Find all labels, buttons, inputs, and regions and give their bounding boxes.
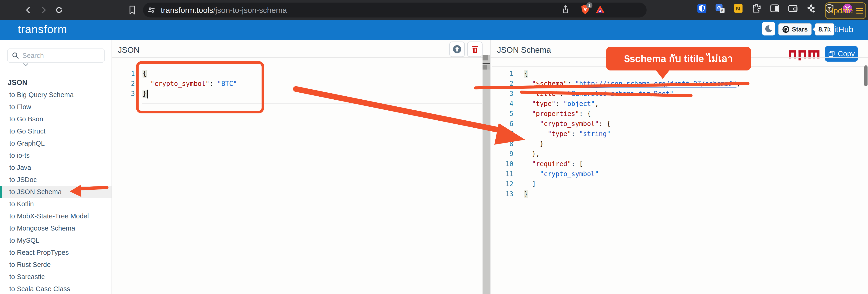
octocat-icon <box>782 26 789 33</box>
stars-label: Stars <box>792 26 808 33</box>
upload-icon <box>453 45 462 54</box>
notes-icon[interactable] <box>733 3 743 13</box>
right-activeline-border <box>492 79 864 79</box>
site-logo[interactable]: transform <box>18 23 67 36</box>
delete-button[interactable] <box>467 41 483 57</box>
share-icon[interactable] <box>562 5 569 15</box>
sidebar-item[interactable]: to Go Struct <box>0 125 112 137</box>
scrollbar-thumb[interactable] <box>483 65 487 69</box>
url-bar[interactable]: transform.tools/json-to-json-schema 1 <box>143 3 647 18</box>
brave-shield-icon[interactable]: 1 <box>580 4 590 16</box>
editor-scrollbar[interactable] <box>483 55 490 294</box>
left-editor-gutter: 123 <box>112 69 135 99</box>
upload-button[interactable] <box>450 41 465 57</box>
sidebar-item[interactable]: to Kotlin <box>0 198 112 210</box>
code-line[interactable]: "type": "object", <box>524 99 740 109</box>
bat-icon[interactable] <box>595 5 605 15</box>
line-number: 1 <box>112 69 135 78</box>
code-line[interactable]: } <box>524 139 740 149</box>
right-editor-code[interactable]: { "$schema": "http://json-schema.org/dra… <box>524 69 740 199</box>
github-link[interactable]: GitHub <box>828 25 853 34</box>
code-line[interactable]: ] <box>524 179 740 189</box>
sidebar-list: to Big Query Schemato Flowto Go Bsonto G… <box>0 89 112 294</box>
sidebar-item[interactable]: to GraphQL <box>0 137 112 149</box>
code-line[interactable]: "properties": { <box>524 109 740 119</box>
line-number: 4 <box>491 99 513 109</box>
page-scrollbar-thumb[interactable] <box>864 65 868 86</box>
line-number: 12 <box>491 179 513 189</box>
line-number: 10 <box>491 159 513 169</box>
code-line[interactable]: }, <box>524 149 740 159</box>
sidebar-item[interactable]: to MySQL <box>0 234 112 247</box>
line-number: 3 <box>491 89 513 99</box>
sidebar-item[interactable]: to Mongoose Schema <box>0 222 112 234</box>
dark-mode-button[interactable] <box>762 22 775 35</box>
tune-icon[interactable] <box>146 5 157 15</box>
url-text: transform.tools/json-to-json-schema <box>161 6 287 15</box>
annotation-sidebar-arrow-head <box>69 185 82 197</box>
sidebar-item[interactable]: to Java <box>0 161 112 173</box>
sidebar-item[interactable]: to Scala Case Class <box>0 283 112 294</box>
line-number: 1 <box>491 69 513 78</box>
sidebar-item[interactable]: to Go Bson <box>0 113 112 125</box>
right-panel-title: JSON Schema <box>497 45 551 55</box>
sidebar-item[interactable]: to MobX-State-Tree Model <box>0 210 112 222</box>
puzzle-icon[interactable] <box>751 3 762 13</box>
app: transform.tools/json-to-json-schema 1 <box>0 0 868 294</box>
chevron-down-icon[interactable] <box>23 63 28 68</box>
github-stars-widget[interactable]: Stars 8.7k <box>778 23 834 35</box>
svg-text:A: A <box>721 9 723 12</box>
copy-icon <box>828 51 835 57</box>
translate-icon[interactable]: GA <box>715 3 725 13</box>
code-line[interactable]: "crypto_symbol": { <box>524 119 740 129</box>
search-input[interactable]: Search <box>7 48 104 63</box>
wallet-icon[interactable] <box>788 3 798 13</box>
update-button[interactable]: Update <box>825 2 866 19</box>
line-number: 3 <box>112 89 135 99</box>
shield-badge: 1 <box>586 2 592 8</box>
search-placeholder: Search <box>22 52 44 60</box>
divider <box>575 6 575 14</box>
scrollbar-thumb[interactable] <box>487 65 490 69</box>
bitwarden-icon[interactable] <box>697 3 707 13</box>
browser-chrome: transform.tools/json-to-json-schema 1 <box>0 0 868 20</box>
panel-divider <box>491 40 491 294</box>
scrollbar-mark <box>483 63 490 64</box>
bookmark-icon[interactable] <box>126 4 138 16</box>
scrollbar-thumb[interactable] <box>483 55 488 60</box>
site-header: transform Stars 8.7k GitHub <box>0 20 868 40</box>
moon-icon <box>765 25 773 33</box>
back-icon[interactable] <box>22 4 34 16</box>
menu-icon <box>856 6 863 15</box>
sidebar-section-json: JSON <box>8 78 27 87</box>
sidebar-icon[interactable] <box>770 3 780 13</box>
sparkles-icon[interactable] <box>806 3 816 13</box>
sidebar-item[interactable]: to JSDoc <box>0 173 112 186</box>
line-number: 2 <box>112 78 135 89</box>
code-line[interactable]: "required": [ <box>524 159 740 169</box>
annotation-rectangle <box>136 61 264 113</box>
line-number: 13 <box>491 189 513 199</box>
code-line[interactable]: } <box>524 189 740 199</box>
reload-icon[interactable] <box>53 4 65 16</box>
sidebar-item[interactable]: to Sarcastic <box>0 271 112 283</box>
sidebar-item[interactable]: to Flow <box>0 101 112 113</box>
left-panel-title: JSON <box>118 45 140 55</box>
code-line[interactable]: "type": "string" <box>524 129 740 139</box>
sidebar-item[interactable]: to Rust Serde <box>0 259 112 271</box>
npm-logo[interactable] <box>789 48 819 62</box>
forward-icon[interactable] <box>38 4 50 16</box>
sidebar: Search JSON to Big Query Schemato Flowto… <box>0 40 112 294</box>
annotation-callout-tail <box>656 70 670 79</box>
code-line[interactable]: "crypto_symbol" <box>524 169 740 179</box>
copy-button[interactable]: Copy <box>825 46 858 62</box>
sidebar-item[interactable]: to Big Query Schema <box>0 89 112 101</box>
sidebar-item[interactable]: to io-ts <box>0 149 112 161</box>
line-number: 5 <box>491 109 513 119</box>
sidebar-item[interactable]: to React PropTypes <box>0 247 112 259</box>
trash-icon <box>471 45 479 54</box>
line-number: 11 <box>491 169 513 179</box>
panel-header-border <box>112 57 868 58</box>
annotation-callout: $schema กับ titile ไม่เอา <box>606 47 751 70</box>
github-stars-button[interactable]: Stars <box>778 23 811 35</box>
